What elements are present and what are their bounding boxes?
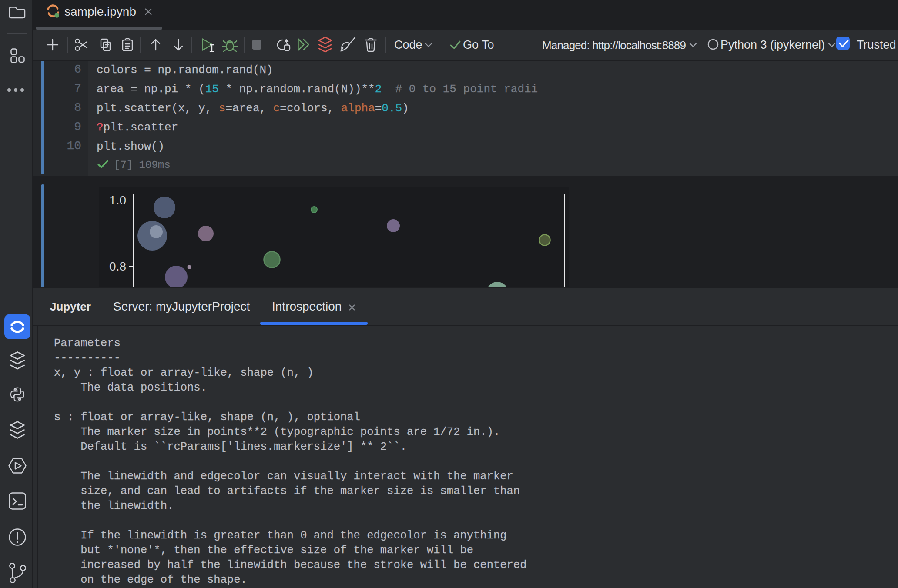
svg-text:0.8: 0.8 (109, 260, 126, 273)
svg-text:1.0: 1.0 (109, 194, 126, 207)
